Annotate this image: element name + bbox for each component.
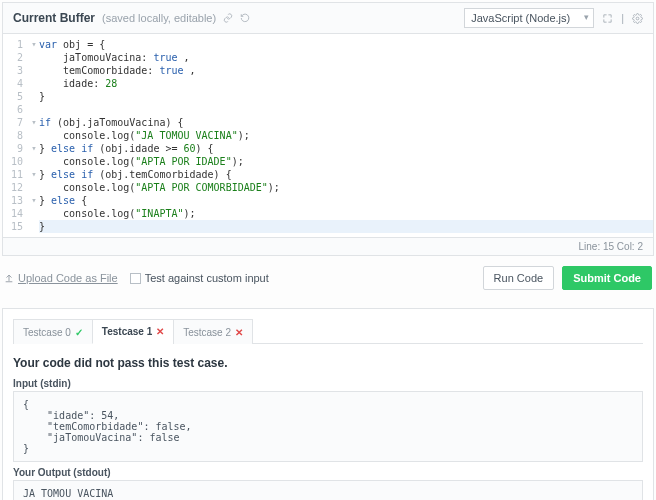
run-code-button[interactable]: Run Code xyxy=(483,266,555,290)
reset-icon[interactable] xyxy=(240,13,250,23)
editor-status: Line: 15 Col: 2 xyxy=(3,237,653,255)
your-output-box: JA TOMOU VACINA xyxy=(13,480,643,500)
custom-input-checkbox[interactable]: Test against custom input xyxy=(130,272,269,284)
custom-input-label: Test against custom input xyxy=(145,272,269,284)
testcase-tabs: Testcase 0✓Testcase 1✕Testcase 2✕ xyxy=(13,319,643,344)
upload-icon xyxy=(4,273,14,283)
input-box: { "idade": 54, "temComorbidade": false, … xyxy=(13,391,643,462)
buffer-title: Current Buffer xyxy=(13,11,95,25)
gear-icon[interactable] xyxy=(632,13,643,24)
input-label: Input (stdin) xyxy=(13,378,643,389)
language-selected: JavaScript (Node.js) xyxy=(471,12,570,24)
fullscreen-icon[interactable] xyxy=(602,13,613,24)
fail-message: Your code did not pass this test case. xyxy=(13,356,643,370)
x-icon: ✕ xyxy=(235,327,243,338)
tab-label: Testcase 1 xyxy=(102,326,152,337)
actions-row: Upload Code as File Test against custom … xyxy=(2,256,654,308)
testcase-tab-1[interactable]: Testcase 1✕ xyxy=(92,319,174,344)
testcase-tab-2[interactable]: Testcase 2✕ xyxy=(173,319,253,344)
submit-code-button[interactable]: Submit Code xyxy=(562,266,652,290)
your-output-label: Your Output (stdout) xyxy=(13,467,643,478)
results-panel: Testcase 0✓Testcase 1✕Testcase 2✕ Your c… xyxy=(2,308,654,500)
link-icon[interactable] xyxy=(223,13,233,23)
divider: | xyxy=(621,12,624,24)
editor-header: Current Buffer (saved locally, editable)… xyxy=(3,3,653,34)
upload-label: Upload Code as File xyxy=(18,272,118,284)
x-icon: ✕ xyxy=(156,326,164,337)
code-editor: Current Buffer (saved locally, editable)… xyxy=(2,2,654,256)
code-lines[interactable]: var obj = { jaTomouVacina: true , temCom… xyxy=(39,34,653,237)
chevron-down-icon: ▾ xyxy=(584,12,589,22)
buffer-subtitle: (saved locally, editable) xyxy=(102,12,216,24)
tab-label: Testcase 2 xyxy=(183,327,231,338)
check-icon: ✓ xyxy=(75,327,83,338)
code-area[interactable]: 123456789101112131415 ▾▾▾▾▾ var obj = { … xyxy=(3,34,653,237)
checkbox-icon[interactable] xyxy=(130,273,141,284)
upload-code-link[interactable]: Upload Code as File xyxy=(4,272,118,284)
line-gutter: 123456789101112131415 xyxy=(3,34,29,237)
tab-label: Testcase 0 xyxy=(23,327,71,338)
testcase-tab-0[interactable]: Testcase 0✓ xyxy=(13,319,93,344)
fold-column: ▾▾▾▾▾ xyxy=(29,34,39,237)
svg-point-0 xyxy=(636,17,639,20)
language-select[interactable]: JavaScript (Node.js) ▾ xyxy=(464,8,594,28)
